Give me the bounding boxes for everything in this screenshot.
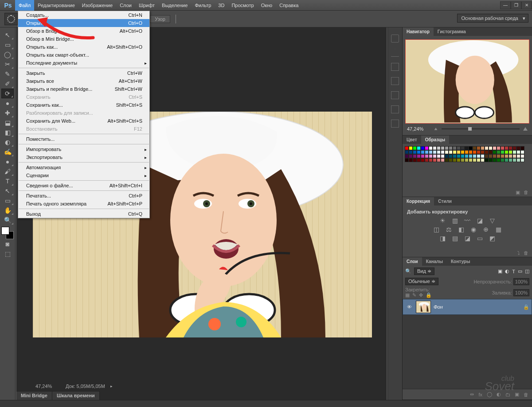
screen-mode-icon[interactable]: ⬚ (1, 249, 14, 259)
tab-styles[interactable]: Стили (434, 197, 456, 205)
swatch[interactable] (421, 146, 425, 150)
menu-item--[interactable]: Импортировать (18, 145, 149, 153)
swatch[interactable] (445, 146, 449, 150)
swatch[interactable] (449, 154, 453, 158)
swatch[interactable] (417, 146, 421, 150)
swatch[interactable] (437, 150, 441, 154)
pattern-button[interactable]: Узор (150, 15, 170, 23)
swatch[interactable] (512, 146, 516, 150)
swatch[interactable] (437, 146, 441, 150)
new-swatch-icon[interactable]: ▣ (516, 190, 520, 195)
adj-levels-icon[interactable]: ▥ (451, 217, 459, 224)
swatch[interactable] (497, 158, 501, 162)
tool-5[interactable]: ✐ (1, 79, 14, 89)
swatch[interactable] (425, 146, 429, 150)
swatch[interactable] (485, 154, 489, 158)
menu-Окно[interactable]: Окно (258, 0, 276, 11)
menu-item--[interactable]: ВыходCtrl+Q (18, 210, 149, 218)
swatch[interactable] (489, 158, 493, 162)
menu-item--[interactable]: Последние документы (18, 59, 149, 67)
menu-item--[interactable]: Закрыть всеAlt+Ctrl+W (18, 77, 149, 85)
tool-3[interactable]: ✂ (1, 59, 14, 69)
menu-item--[interactable]: Печатать...Ctrl+P (18, 192, 149, 200)
swatch[interactable] (433, 146, 437, 150)
swatch[interactable] (516, 146, 520, 150)
swatch[interactable] (425, 150, 429, 154)
swatch[interactable] (477, 150, 481, 154)
swatch[interactable] (453, 146, 457, 150)
swatch[interactable] (489, 146, 493, 150)
swatch[interactable] (445, 154, 449, 158)
swatch[interactable] (512, 158, 516, 162)
swatch[interactable] (457, 158, 461, 162)
swatch[interactable] (485, 146, 489, 150)
tab-channels[interactable]: Каналы (422, 257, 447, 266)
color-swatches[interactable] (1, 227, 14, 239)
swatch[interactable] (473, 150, 477, 154)
swatch[interactable] (477, 158, 481, 162)
swatch[interactable] (425, 154, 429, 158)
adj-lookup-icon[interactable]: ▦ (494, 226, 502, 233)
tool-9[interactable]: ⬓ (1, 118, 14, 128)
swatch[interactable] (437, 154, 441, 158)
menu-item--[interactable]: Сценарии (18, 171, 149, 179)
swatch[interactable] (505, 154, 509, 158)
lock-move-icon[interactable]: ✥ (419, 292, 423, 298)
swatch[interactable] (449, 146, 453, 150)
swatch[interactable] (449, 158, 453, 162)
tool-0[interactable]: ↖ (1, 30, 14, 40)
menu-item--[interactable]: Поместить... (18, 135, 149, 143)
adj-curves-icon[interactable]: 〰 (463, 217, 471, 224)
swatch[interactable] (493, 154, 497, 158)
swatch[interactable] (520, 158, 524, 162)
lock-brush-icon[interactable]: ✎ (412, 292, 416, 298)
tab-timeline[interactable]: Шкала времени (52, 391, 100, 400)
menu-item--Bridge-[interactable]: Обзор в Bridge...Alt+Ctrl+O (18, 27, 149, 35)
swatch[interactable] (469, 154, 473, 158)
menu-item--[interactable]: ЗакрытьCtrl+W (18, 69, 149, 77)
adj-threshold-icon[interactable]: ◪ (463, 235, 471, 242)
layer-link-icon[interactable]: ⇔ (470, 391, 474, 397)
swatch[interactable] (433, 150, 437, 154)
layer-new-icon[interactable]: ▣ (515, 391, 519, 397)
layer-thumbnail[interactable] (416, 301, 431, 313)
layer-filter-type[interactable]: Вид ≑ (414, 267, 434, 275)
tab-adjustments[interactable]: Коррекция (403, 197, 434, 205)
menu-item--[interactable]: Сохранить как...Shift+Ctrl+S (18, 101, 149, 109)
swatch[interactable] (445, 150, 449, 154)
tool-10[interactable]: ◧ (1, 128, 14, 137)
swatch[interactable] (501, 154, 505, 158)
swatch[interactable] (405, 158, 409, 162)
swatch[interactable] (489, 150, 493, 154)
swatch[interactable] (413, 154, 417, 158)
tool-11[interactable]: ◐ (1, 137, 14, 147)
swatch[interactable] (429, 150, 433, 154)
tool-15[interactable]: T (1, 176, 14, 186)
adj-exposure-icon[interactable]: ◪ (476, 217, 484, 224)
adj-mixer-icon[interactable]: ⊕ (482, 226, 490, 233)
swatch[interactable] (520, 150, 524, 154)
strip-icon-5[interactable] (391, 91, 399, 99)
swatch[interactable] (516, 154, 520, 158)
strip-icon-3[interactable] (391, 63, 399, 71)
swatch[interactable] (473, 158, 477, 162)
swatch[interactable] (409, 146, 413, 150)
swatch[interactable] (497, 150, 501, 154)
swatch[interactable] (465, 158, 469, 162)
tab-histogram[interactable]: Гистограмма (434, 27, 470, 36)
tab-navigator[interactable]: Навигатор (403, 27, 434, 36)
adj-bw-icon[interactable]: ◧ (457, 226, 465, 233)
swatch[interactable] (453, 154, 457, 158)
tool-7[interactable]: ● (1, 98, 14, 108)
menu-Выделение[interactable]: Выделение (158, 0, 191, 11)
current-tool-icon[interactable] (4, 13, 18, 25)
menu-item--[interactable]: Открыть как...Alt+Shift+Ctrl+O (18, 43, 149, 51)
swatch[interactable] (473, 154, 477, 158)
swatch[interactable] (457, 154, 461, 158)
swatch[interactable] (433, 154, 437, 158)
strip-icon-2[interactable] (391, 49, 399, 57)
swatch[interactable] (512, 154, 516, 158)
strip-icon-4[interactable] (391, 77, 399, 85)
swatch[interactable] (441, 158, 445, 162)
adj-invert-icon[interactable]: ◨ (438, 235, 446, 242)
